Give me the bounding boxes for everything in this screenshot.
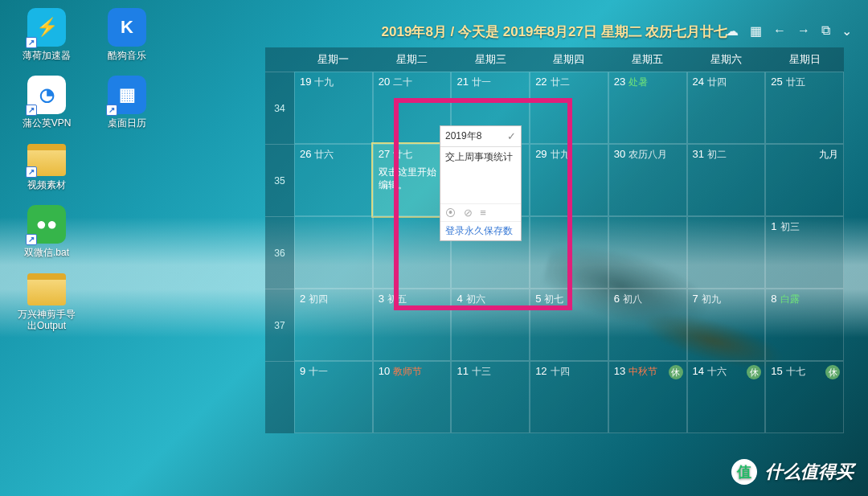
lunar-label: 廿六 — [314, 149, 334, 160]
calendar-cell[interactable] — [294, 216, 373, 289]
app-icon: ◔↗ — [27, 76, 66, 114]
popup-text[interactable]: 交上周事项统计 — [440, 147, 521, 203]
lunar-label: 初八 — [623, 293, 642, 305]
shortcut-arrow-icon: ↗ — [26, 37, 37, 48]
calendar-cell[interactable] — [687, 216, 766, 289]
desktop-icon-wanxing[interactable]: 万兴神剪手导出Output — [14, 273, 79, 332]
day-number: 5 — [535, 293, 541, 305]
calendar-cell[interactable]: 13中秋节休 — [608, 361, 687, 433]
calendar-cell[interactable]: 15十七休 — [765, 361, 844, 433]
day-number: 11 — [457, 365, 468, 377]
lunar-label: 初七 — [544, 293, 563, 305]
desktop-icon-wechat-bat[interactable]: ●●↗双微信.bat — [14, 205, 79, 258]
calendar-cell[interactable]: 3初五 — [373, 289, 452, 361]
calendar-cell[interactable]: 12十四 — [530, 361, 608, 433]
desktop-icon-label: 蒲公英VPN — [23, 117, 72, 129]
prev-icon[interactable]: ← — [773, 23, 786, 39]
calendar-cell[interactable]: 14十六休 — [687, 361, 766, 433]
calendar-cell[interactable] — [530, 216, 608, 289]
day-number: 6 — [614, 293, 620, 305]
desktop-icon-bohe[interactable]: ⚡↗薄荷加速器 — [14, 8, 79, 61]
day-number: 2 — [300, 293, 305, 305]
folder-icon — [27, 273, 66, 305]
week-number — [265, 361, 294, 433]
day-number: 10 — [379, 365, 390, 377]
lunar-label: 初四 — [309, 293, 328, 305]
rest-badge: 休 — [669, 365, 683, 379]
lunar-label: 廿九 — [551, 149, 570, 160]
calendar-cell[interactable]: 8白露 — [765, 289, 844, 361]
day-number: 20 — [379, 76, 390, 88]
app-icon: ●●↗ — [27, 205, 66, 244]
popup-tools[interactable]: ⦿ ⊘ ≡ — [440, 203, 521, 221]
chevron-down-icon[interactable]: ⌄ — [841, 23, 852, 39]
lunar-label: 初五 — [387, 293, 407, 305]
calendar-icon[interactable]: ▦ — [750, 23, 762, 39]
calendar-cell[interactable] — [608, 216, 687, 289]
calendar-cell[interactable]: 24廿四 — [687, 72, 766, 144]
day-number: 15 — [771, 365, 782, 377]
day-number: 14 — [693, 365, 704, 377]
desktop-icon-pgy-vpn[interactable]: ◔↗蒲公英VPN — [14, 76, 79, 129]
desktop-icon-label: 酷狗音乐 — [108, 50, 146, 61]
calendar-cell[interactable]: 2初四 — [294, 289, 373, 361]
lunar-label: 十一 — [309, 366, 328, 377]
lunar-label: 农历八月 — [628, 149, 667, 160]
calendar-cell[interactable]: 9十一 — [294, 361, 373, 433]
calendar-cell[interactable]: 7初九 — [687, 289, 766, 361]
desktop-icon-desktop-cal[interactable]: ▦↗桌面日历 — [95, 76, 159, 129]
calendar-cell[interactable]: 23处暑 — [608, 72, 687, 144]
day-number: 26 — [300, 148, 311, 160]
watermark-text: 什么值得买 — [765, 460, 854, 484]
day-number: 12 — [535, 365, 547, 377]
calendar-cell[interactable]: 4初六 — [451, 289, 530, 361]
calendar-cell[interactable]: 5初七 — [530, 289, 608, 361]
weekday-header: 星期日 — [765, 47, 844, 72]
calendar-cell[interactable]: 30农历八月 — [608, 144, 687, 216]
popup-date-row: 2019年8 ✓ — [440, 126, 521, 147]
folder-icon: ↗ — [27, 144, 66, 176]
lunar-label: 十六 — [707, 366, 727, 377]
shortcut-arrow-icon: ↗ — [26, 234, 37, 245]
day-number: 8 — [771, 293, 776, 305]
day-number: 25 — [771, 76, 782, 88]
watermark: 值 什么值得买 — [731, 459, 854, 485]
window-icon[interactable]: ⧉ — [821, 23, 830, 39]
calendar-cell[interactable]: 22廿二 — [530, 72, 608, 144]
app-icon: ▦↗ — [108, 76, 146, 114]
lunar-label: 白露 — [780, 293, 800, 305]
rest-badge: 休 — [825, 365, 840, 379]
lunar-label: 处暑 — [628, 76, 648, 88]
lunar-label: 初六 — [466, 293, 485, 305]
popup-login-link[interactable]: 登录永久保存数 — [440, 221, 521, 240]
lunar-label: 廿七 — [393, 149, 412, 160]
lunar-label: 廿四 — [707, 76, 727, 88]
weekday-header: 星期四 — [530, 47, 608, 72]
calendar-cell[interactable]: 10教师节 — [373, 361, 452, 433]
calendar-cell[interactable]: 6初八 — [608, 289, 687, 361]
calendar-cell[interactable]: 26廿六 — [294, 144, 373, 216]
day-number: 21 — [457, 76, 468, 88]
calendar-cell[interactable]: 19十九 — [294, 72, 373, 144]
weather-icon[interactable]: ☁ — [726, 23, 739, 39]
calendar-toolbar: ☁▦←→⧉⌄ — [726, 23, 852, 39]
day-number: 7 — [693, 293, 698, 305]
lunar-label: 初九 — [702, 293, 721, 305]
popup-date[interactable]: 2019年8 — [445, 129, 481, 143]
day-number: 24 — [693, 76, 704, 88]
desktop-icon-kugou[interactable]: K酷狗音乐 — [95, 8, 159, 61]
app-icon: K — [108, 8, 146, 47]
confirm-icon[interactable]: ✓ — [507, 130, 516, 142]
calendar-cell[interactable]: 31初二 — [687, 144, 766, 216]
next-icon[interactable]: → — [797, 23, 810, 39]
day-number: 23 — [614, 76, 625, 88]
calendar-cell[interactable]: 25廿五 — [765, 72, 844, 144]
calendar-cell[interactable]: 11十三 — [451, 361, 530, 433]
calendar-cell[interactable]: 九月 — [765, 144, 844, 216]
calendar-cell[interactable]: 1初三 — [765, 216, 844, 289]
desktop-icon-video-assets[interactable]: ↗视频素材 — [14, 144, 79, 191]
event-popup[interactable]: 2019年8 ✓ 交上周事项统计 ⦿ ⊘ ≡ 登录永久保存数 — [440, 125, 522, 241]
week-number: 35 — [265, 144, 294, 216]
calendar-cell[interactable]: 29廿九 — [530, 144, 608, 216]
lunar-label: 十四 — [551, 366, 570, 377]
